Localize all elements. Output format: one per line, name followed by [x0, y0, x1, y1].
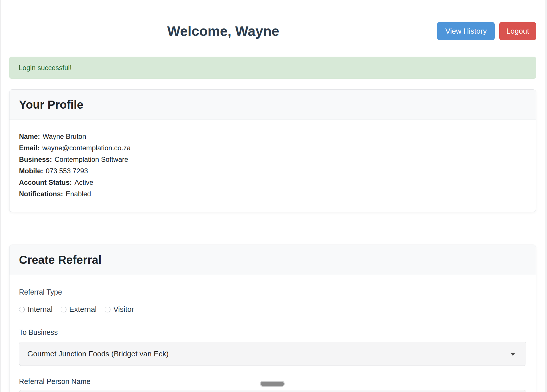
radio-option-label: External: [69, 305, 97, 314]
radio-option-external[interactable]: External: [61, 305, 97, 314]
main-container: Welcome, Wayne View History Logout Login…: [9, 0, 536, 392]
profile-field-value: 073 553 7293: [46, 167, 88, 175]
radio-option-label: Visitor: [113, 305, 134, 314]
profile-field-value: wayne@contemplation.co.za: [42, 144, 131, 152]
profile-field-notifications: Notifications:Enabled: [19, 188, 526, 200]
referral-person-name-input[interactable]: [19, 390, 526, 392]
profile-field-label: Name:: [19, 132, 40, 140]
header-buttons: View History Logout: [437, 22, 536, 40]
referral-type-radio-group: Internal External Visitor: [19, 305, 526, 314]
radio-option-label: Internal: [28, 305, 53, 314]
profile-card: Your Profile Name:Wayne Bruton Email:way…: [9, 89, 536, 212]
profile-field-mobile: Mobile:073 553 7293: [19, 165, 526, 177]
profile-field-business: Business:Contemplation Software: [19, 154, 526, 165]
logout-button[interactable]: Logout: [499, 22, 536, 40]
profile-card-body: Name:Wayne Bruton Email:wayne@contemplat…: [9, 120, 536, 212]
profile-field-label: Email:: [19, 144, 40, 152]
left-edge-strip: [0, 0, 1, 392]
view-history-button[interactable]: View History: [437, 22, 495, 40]
profile-field-label: Account Status:: [19, 178, 72, 186]
page: Welcome, Wayne View History Logout Login…: [0, 0, 547, 392]
profile-field-label: Business:: [19, 155, 52, 163]
to-business-select[interactable]: Gourmet Junction Foods (Bridget van Eck): [19, 342, 526, 366]
create-referral-heading: Create Referral: [19, 253, 102, 266]
profile-field-email: Email:wayne@contemplation.co.za: [19, 142, 526, 154]
radio-option-internal[interactable]: Internal: [19, 305, 53, 314]
radio-option-visitor[interactable]: Visitor: [105, 305, 134, 314]
to-business-label: To Business: [19, 328, 526, 337]
header: Welcome, Wayne View History Logout: [9, 0, 536, 47]
to-business-select-wrap: Gourmet Junction Foods (Bridget van Eck): [19, 342, 526, 366]
radio-button-icon: [105, 307, 110, 312]
profile-field-value: Enabled: [66, 190, 91, 198]
create-referral-card-body: Referral Type Internal External Visitor: [9, 275, 536, 392]
profile-field-name: Name:Wayne Bruton: [19, 131, 526, 142]
referral-type-label: Referral Type: [19, 288, 526, 296]
profile-field-value: Contemplation Software: [55, 155, 128, 163]
radio-button-icon: [19, 307, 25, 312]
profile-field-value: Wayne Bruton: [43, 132, 86, 140]
create-referral-card-header: Create Referral: [9, 245, 536, 275]
create-referral-card: Create Referral Referral Type Internal E…: [9, 245, 536, 392]
profile-field-label: Mobile:: [19, 167, 43, 175]
alert-message: Login successful!: [19, 64, 72, 72]
profile-field-label: Notifications:: [19, 190, 63, 198]
login-success-alert: Login successful!: [9, 57, 536, 79]
scroll-indicator-pill[interactable]: [260, 381, 285, 387]
profile-field-value: Active: [74, 178, 93, 186]
profile-card-header: Your Profile: [9, 90, 536, 120]
profile-heading: Your Profile: [19, 98, 83, 111]
vertical-scrollbar-track[interactable]: [545, 0, 547, 392]
radio-button-icon: [61, 307, 66, 312]
page-title: Welcome, Wayne: [9, 23, 437, 39]
profile-field-account-status: Account Status:Active: [19, 177, 526, 188]
